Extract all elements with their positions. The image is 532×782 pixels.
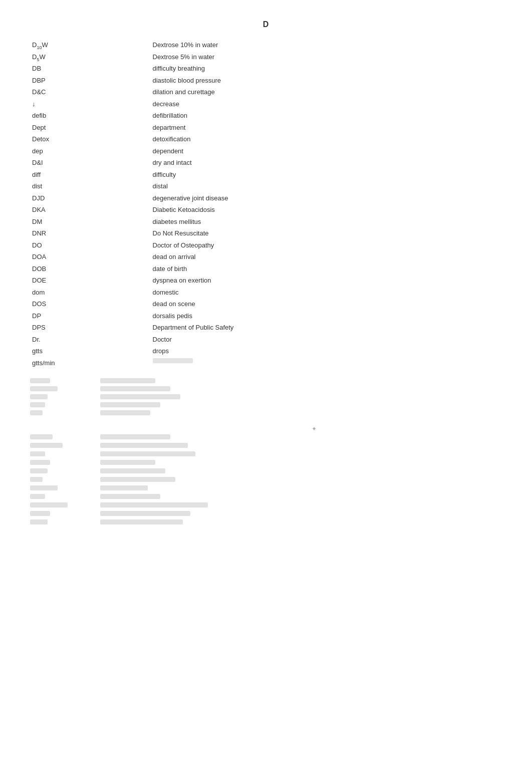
definition-cell: Do Not Resuscitate [151,227,502,239]
blurred-right-2 [100,434,250,528]
definition-cell: difficulty [151,169,502,181]
definition-cell: detoxification [151,133,502,145]
definition-cell: degenerative joint disease [151,192,502,204]
definition-cell: Dextrose 5% in water [151,51,502,63]
abbreviation-cell: dep [30,145,151,157]
subscript: 10 [37,45,42,50]
abbreviation-cell: dist [30,180,151,192]
abbreviation-cell: DP [30,310,151,322]
table-row: DBP diastolic blood pressure [30,75,502,87]
definition-cell: dilation and curettage [151,86,502,98]
table-row: Dr. Doctor [30,334,502,346]
definition-cell: dyspnea on exertion [151,275,502,287]
abbreviation-cell: DO [30,239,151,251]
definition-cell: diastolic blood pressure [151,75,502,87]
definition-cell: Department of Public Safety [151,322,502,334]
definition-cell: date of birth [151,263,502,275]
table-row: DOS dead on scene [30,298,502,310]
table-row: D10W Dextrose 10% in water [30,39,502,51]
table-row: gtts/min [30,357,502,370]
abbreviation-table: D10W Dextrose 10% in water D5W Dextrose … [30,39,502,369]
abbreviation-cell: DOE [30,275,151,287]
table-row: defib defibrillation [30,110,502,122]
abbreviation-cell: diff [30,169,151,181]
subscript: 5 [37,57,39,62]
abbreviation-cell: DKA [30,204,151,216]
table-row: DKA Diabetic Ketoacidosis [30,204,502,216]
abbreviation-cell: dom [30,287,151,299]
table-row: DOE dyspnea on exertion [30,275,502,287]
definition-cell: dead on arrival [151,251,502,263]
definition-cell: dead on scene [151,298,502,310]
table-row: D&I dry and intact [30,157,502,169]
abbreviation-cell: gtts [30,345,151,357]
abbreviation-cell: Dept [30,122,151,134]
definition-cell: domestic [151,287,502,299]
abbreviation-cell: DJD [30,192,151,204]
table-row: DOA dead on arrival [30,251,502,263]
table-row: D5W Dextrose 5% in water [30,51,502,63]
abbreviation-cell: ↓ [30,98,151,110]
table-row: dist distal [30,180,502,192]
abbreviation-cell: D10W [30,39,151,51]
abbreviation-cell: Detox [30,133,151,145]
page-container: D D10W Dextrose 10% in water D5W Dextros… [30,20,502,528]
definition-cell: department [151,122,502,134]
definition-cell: dependent [151,145,502,157]
table-row: diff difficulty [30,169,502,181]
table-row: DM diabetes mellitus [30,216,502,228]
abbreviation-cell: DPS [30,322,151,334]
section-header: D [30,20,502,29]
abbreviation-cell: DBP [30,75,151,87]
abbreviation-cell: D5W [30,51,151,63]
definition-cell: diabetes mellitus [151,216,502,228]
table-row: ↓ decrease [30,98,502,110]
abbreviation-cell: DOA [30,251,151,263]
blurred-left-1 [30,378,90,418]
definition-cell: Dextrose 10% in water [151,39,502,51]
definition-cell: dorsalis pedis [151,310,502,322]
abbreviation-cell: DOB [30,263,151,275]
abbreviation-cell: Dr. [30,334,151,346]
table-row: DNR Do Not Resuscitate [30,227,502,239]
abbreviation-cell: gtts/min [30,357,151,370]
table-row: gtts drops [30,345,502,357]
definition-cell: Diabetic Ketoacidosis [151,204,502,216]
abbreviation-cell: DB [30,63,151,75]
abbreviation-cell: DNR [30,227,151,239]
abbreviation-cell: defib [30,110,151,122]
star-marker: ✦ [312,425,317,432]
abbreviation-cell: D&I [30,157,151,169]
table-row: dom domestic [30,287,502,299]
definition-cell: distal [151,180,502,192]
table-row: DB difficulty breathing [30,63,502,75]
table-row: Detox detoxification [30,133,502,145]
definition-cell: Doctor of Osteopathy [151,239,502,251]
definition-cell [151,357,502,370]
definition-cell: difficulty breathing [151,63,502,75]
abbreviation-cell: D&C [30,86,151,98]
definition-cell: defibrillation [151,110,502,122]
table-row: DPS Department of Public Safety [30,322,502,334]
table-row: dep dependent [30,145,502,157]
table-row: DOB date of birth [30,263,502,275]
definition-cell: dry and intact [151,157,502,169]
abbreviation-cell: DOS [30,298,151,310]
blurred-right-1 [100,378,230,418]
table-row: DP dorsalis pedis [30,310,502,322]
blurred-section-2: ✦ [30,434,502,528]
definition-cell: Doctor [151,334,502,346]
table-row: D&C dilation and curettage [30,86,502,98]
definition-cell: drops [151,345,502,357]
blurred-section-1 [30,378,502,418]
table-row: Dept department [30,122,502,134]
table-row: DJD degenerative joint disease [30,192,502,204]
blurred-left-2 [30,434,90,528]
abbreviation-cell: DM [30,216,151,228]
table-row: DO Doctor of Osteopathy [30,239,502,251]
definition-cell: decrease [151,98,502,110]
